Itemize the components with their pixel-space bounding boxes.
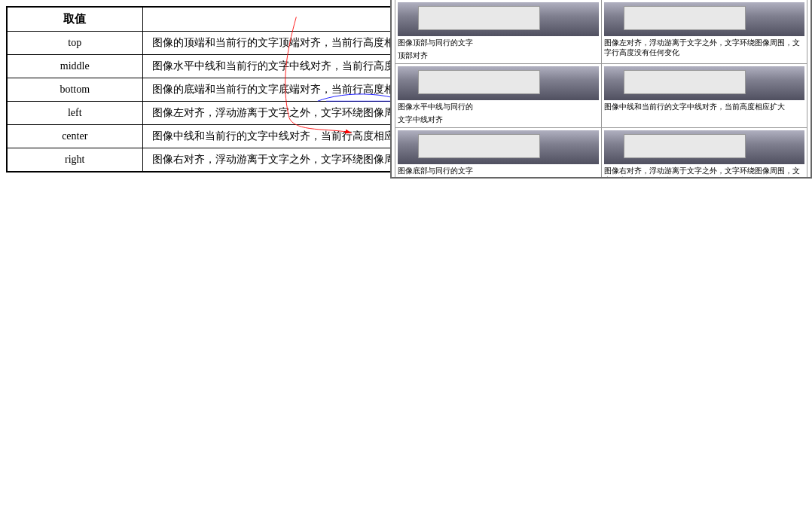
inner-desc-mr: 图像中线和当前行的文字中线对齐，当前高度相应扩大 <box>604 102 805 111</box>
classroom-image-2 <box>604 2 805 36</box>
classroom-image-3 <box>398 66 599 100</box>
classroom-image-1 <box>398 2 599 36</box>
inner-desc-br: 图像右对齐，浮动游离于文字之外，文字环绕图像周围，文字行高度没有任何变化 <box>604 166 805 179</box>
inner-row-1: 图像顶部与同行的文字 顶部对齐 图像左对齐，浮动游离于文字之外，文字环绕图像周围… <box>395 0 807 64</box>
inner-row-3: 图像底部与同行的文字 底部对齐 图像右对齐，浮动游离于文字之外，文字环绕图像周围… <box>395 128 807 179</box>
inner-desc-bl: 图像底部与同行的文字 <box>398 166 599 176</box>
cell-value-0: top <box>7 32 142 55</box>
inner-cell-tr: 图像左对齐，浮动游离于文字之外，文字环绕图像周围，文字行高度没有任何变化 <box>601 0 807 64</box>
cell-value-4: center <box>7 125 142 148</box>
page-wrapper: 取值 说明 top图像的顶端和当前行的文字顶端对齐，当前行高度相应扩大middl… <box>0 0 812 179</box>
inner-cell-mr: 图像中线和当前行的文字中线对齐，当前高度相应扩大 <box>601 64 807 128</box>
inner-cell-bl: 图像底部与同行的文字 底部对齐 <box>395 128 602 179</box>
header-col1: 取值 <box>7 7 142 32</box>
inner-desc-tr: 图像左对齐，浮动游离于文字之外，文字环绕图像周围，文字行高度没有任何变化 <box>604 38 805 57</box>
inner-cell-ml: 图像水平中线与同行的 文字中线对齐 <box>395 64 602 128</box>
cell-value-1: middle <box>7 55 142 78</box>
inner-label-ml: 文字中线对齐 <box>398 114 599 125</box>
screenshot-window: 设置图片对齐方式 - Windows Internet Explorer _ □… <box>390 0 812 179</box>
classroom-image-5 <box>398 130 599 164</box>
inner-table: 图像顶部与同行的文字 顶部对齐 图像左对齐，浮动游离于文字之外，文字环绕图像周围… <box>395 0 807 179</box>
inner-label-tl: 顶部对齐 <box>398 50 599 61</box>
inner-cell-br: 图像右对齐，浮动游离于文字之外，文字环绕图像周围，文字行高度没有任何变化 <box>601 128 807 179</box>
classroom-image-6 <box>604 130 805 164</box>
inner-desc-ml: 图像水平中线与同行的 <box>398 102 599 111</box>
cell-value-3: left <box>7 102 142 125</box>
inner-row-2: 图像水平中线与同行的 文字中线对齐 图像中线和当前行的文字中线对齐，当前高度相应… <box>395 64 807 128</box>
cell-value-5: right <box>7 148 142 173</box>
inner-cell-tl: 图像顶部与同行的文字 顶部对齐 <box>395 0 602 64</box>
classroom-image-4 <box>604 66 805 100</box>
window-content: 设置图片对齐方式 图像顶部与同行的文字 顶部对齐 图像左对齐，浮动游离于文字之外 <box>392 0 810 179</box>
inner-desc-tl: 图像顶部与同行的文字 <box>398 38 599 47</box>
cell-value-2: bottom <box>7 78 142 102</box>
